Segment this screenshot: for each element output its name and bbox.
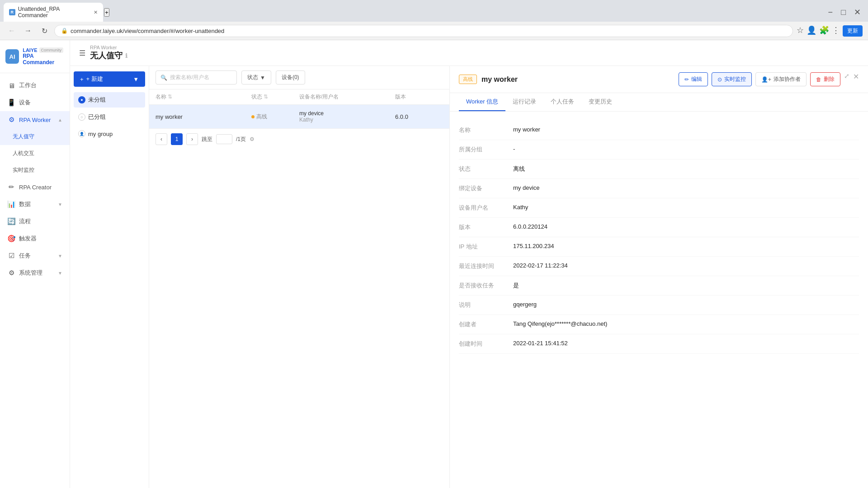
device-filter-button[interactable]: 设备(0) [276,70,305,84]
table-header: 名称 ⇅ 状态 ⇅ 设备名称/用户名 版本 [149,89,449,105]
label-status: 状态 [459,165,513,173]
worker-device-user: Kathy [299,117,395,123]
table-settings-icon[interactable]: ⚙ [250,136,255,142]
detail-content: 名称 my worker 所属分组 - 状态 离线 绑定设备 my device [450,112,868,488]
menu-dots-icon[interactable]: ⋮ [832,25,840,37]
sidebar-label-rpa-creator: RPA Creator [19,184,52,191]
address-bar: ← → ↻ 🔒 commander.laiye.uk/view/commande… [0,22,868,40]
browser-minimize[interactable]: − [825,6,837,19]
refresh-button[interactable]: ↻ [38,24,51,37]
ungrouped-icon: ● [78,96,85,103]
forward-button[interactable]: → [22,24,34,37]
tab-personal-tasks[interactable]: 个人任务 [543,93,581,111]
url-bar[interactable]: 🔒 commander.laiye.uk/view/commander/#/wo… [54,25,793,37]
add-collaborator-icon: 👤+ [761,76,771,83]
group-item-ungrouped[interactable]: ● 未分组 [74,92,145,108]
browser-maximize[interactable]: □ [837,6,849,19]
col-header-status: 状态 ⇅ [251,93,299,101]
back-button[interactable]: ← [5,24,18,37]
tab-favicon: R [9,9,15,15]
detail-header: 高线 my worker ✏ 编辑 ⊙ 实时监控 👤+ [450,66,868,93]
next-page-button[interactable]: › [186,133,198,145]
sidebar-item-workbench[interactable]: 🖥 工作台 [0,77,70,94]
label-create-time: 创建时间 [459,340,513,348]
sidebar-item-unattended[interactable]: 无人值守 [0,128,70,145]
sidebar-item-sysadmin[interactable]: ⚙ 系统管理 ▼ [0,264,70,282]
new-tab-button[interactable]: + [104,8,109,17]
sidebar-item-devices[interactable]: 📱 设备 [0,94,70,111]
hamburger-icon[interactable]: ☰ [79,49,85,57]
label-group: 所属分组 [459,145,513,154]
expand-icon[interactable]: ⤢ [844,72,849,86]
update-button[interactable]: 更新 [843,25,863,37]
value-version: 6.0.0.220124 [513,223,547,231]
sidebar-label-trigger: 触发器 [19,235,37,243]
devices-icon: 📱 [7,99,15,107]
sidebar-item-flow[interactable]: 🔄 流程 [0,213,70,230]
sysadmin-arrow-icon: ▼ [58,271,62,276]
status-filter-button[interactable]: 状态 ▼ [241,70,271,84]
logo-text: LAIYE Community RPA Commander [23,47,64,66]
edit-button[interactable]: ✏ 编辑 [679,72,708,86]
extension-icon[interactable]: 🧩 [819,25,829,37]
current-page-button[interactable]: 1 [171,133,183,145]
page-jump-input[interactable] [216,134,232,144]
search-input[interactable]: 🔍 搜索名称/用户名 [156,70,237,84]
sidebar-menu: 🖥 工作台 📱 设备 ⚙ RPA Worker ▲ 无人值守 人机交互 实时监控 [0,73,70,488]
info-row-creator: 创建者 Tang Qifeng(ejo*******@chacuo.net) [459,315,859,334]
group-item-grouped[interactable]: ○ 已分组 [74,109,145,125]
prev-page-button[interactable]: ‹ [156,133,167,145]
active-tab[interactable]: R Unattended_RPA Commander ✕ [4,3,103,22]
realtime-monitor-button[interactable]: ⊙ 实时监控 [712,72,752,86]
page-title: 无人值守 [90,50,123,61]
tab-run-records[interactable]: 运行记录 [505,93,543,111]
info-row-device-user: 设备用户名 Kathy [459,198,859,218]
rpa-worker-arrow-icon: ▲ [58,117,62,122]
label-device-user: 设备用户名 [459,204,513,212]
status-dot-icon [251,115,255,118]
detail-panel: 高线 my worker ✏ 编辑 ⊙ 实时监控 👤+ [450,66,868,488]
worker-device-name: my device [299,110,395,117]
search-icon: 🔍 [160,75,167,81]
sidebar-item-tasks[interactable]: ☑ 任务 ▼ [0,247,70,264]
star-icon[interactable]: ☆ [797,25,804,37]
edit-label: 编辑 [691,75,702,83]
new-button[interactable]: + + 新建 ▼ [74,71,145,87]
sidebar-item-realtime[interactable]: 实时监控 [0,162,70,178]
sidebar-item-rpa-worker[interactable]: ⚙ RPA Worker ▲ [0,111,70,128]
tasks-arrow-icon: ▼ [58,253,62,258]
detail-status-badge: 高线 [459,75,477,84]
sidebar-label-sysadmin: 系统管理 [19,269,42,277]
profile-icon[interactable]: 👤 [807,25,816,37]
browser-close[interactable]: ✕ [850,5,864,19]
tab-worker-info[interactable]: Worker 信息 [459,93,505,111]
delete-button[interactable]: 🗑 删除 [810,72,840,86]
worker-table-area: 🔍 搜索名称/用户名 状态 ▼ 设备(0) [149,66,449,488]
table-row[interactable]: my worker 高线 my device Kathy 6.0.0 [149,105,449,129]
add-collaborator-button[interactable]: 👤+ 添加协作者 [755,72,807,86]
label-description: 说明 [459,301,513,309]
close-detail-icon[interactable]: ✕ [853,72,859,86]
tab-change-history[interactable]: 变更历史 [581,93,619,111]
realtime-label: 实时监控 [724,75,746,83]
close-tab-icon[interactable]: ✕ [94,9,98,15]
sidebar-item-trigger[interactable]: 🎯 触发器 [0,230,70,247]
info-row-last-connect: 最近连接时间 2022-02-17 11:22:34 [459,257,859,276]
label-last-connect: 最近连接时间 [459,262,513,270]
worker-status-label: 高线 [256,113,267,121]
group-label-my-group: my group [88,131,113,137]
page-suffix: /1页 [236,136,246,143]
monitor-icon: ⊙ [717,76,722,83]
value-device: my device [513,184,540,192]
group-item-my-group[interactable]: 👤 my group [74,127,145,141]
detail-tabs: Worker 信息 运行记录 个人任务 变更历史 [450,93,868,112]
sidebar-label-flow: 流程 [19,217,31,225]
worker-name: my worker [156,113,251,120]
sidebar-item-rpa-creator[interactable]: ✏ RPA Creator [0,178,70,196]
info-icon[interactable]: ℹ [125,52,127,59]
delete-label: 删除 [824,75,835,83]
tasks-icon: ☑ [7,252,15,260]
url-text: commander.laiye.uk/view/commander/#/work… [71,28,224,34]
sidebar-item-data[interactable]: 📊 数据 ▼ [0,196,70,213]
sidebar-item-attended[interactable]: 人机交互 [0,145,70,162]
